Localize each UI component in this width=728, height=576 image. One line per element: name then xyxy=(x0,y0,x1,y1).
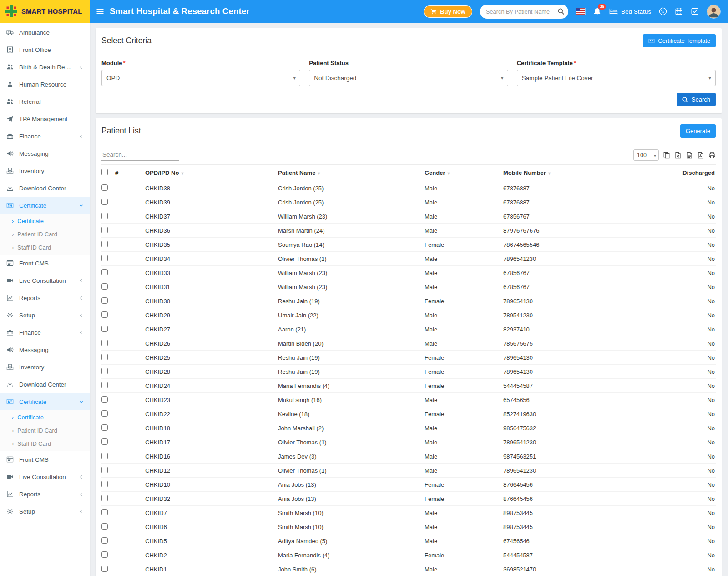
menu-icon[interactable] xyxy=(92,4,108,19)
sidebar-item[interactable]: Inventory xyxy=(0,358,90,376)
excel-icon[interactable] xyxy=(674,152,682,159)
sidebar-item[interactable]: TPA Management xyxy=(0,110,90,127)
row-checkbox[interactable] xyxy=(101,283,108,290)
cell-opd-ipd-no: CHKID5 xyxy=(145,534,278,548)
column-opd-ipd-no[interactable]: OPD/IPD No▾ xyxy=(145,165,278,181)
row-checkbox[interactable] xyxy=(101,241,108,247)
sidebar-subitem[interactable]: › Staff ID Card xyxy=(0,241,90,254)
print-icon[interactable] xyxy=(708,152,716,159)
sidebar-item[interactable]: Birth & Death Record xyxy=(0,58,90,76)
table-search-input[interactable] xyxy=(101,149,179,161)
row-checkbox[interactable] xyxy=(101,537,108,544)
sidebar-item[interactable]: Reports xyxy=(0,485,90,503)
sidebar-item[interactable]: Front Office xyxy=(0,41,90,58)
table-row: CHKID23 Mukul singh (16) Male 65745656 N… xyxy=(101,393,716,407)
search-button[interactable]: Search xyxy=(677,93,716,106)
column-gender[interactable]: Gender▾ xyxy=(425,165,503,181)
notifications-bell-icon[interactable]: 36 xyxy=(593,7,602,16)
cell-patient-name: Martin Biden (20) xyxy=(278,336,425,351)
calendar-icon[interactable] xyxy=(675,7,683,15)
sidebar-item[interactable]: Human Resource xyxy=(0,76,90,93)
column-mobile-number[interactable]: Mobile Number▾ xyxy=(503,165,640,181)
cell-opd-ipd-no: CHKID38 xyxy=(145,181,278,195)
sidebar-item[interactable]: Live Consultation xyxy=(0,272,90,289)
row-checkbox[interactable] xyxy=(101,297,108,304)
row-checkbox[interactable] xyxy=(101,227,108,233)
sidebar-item[interactable]: Certificate xyxy=(0,197,90,214)
row-checkbox[interactable] xyxy=(101,311,108,318)
sidebar-subitem[interactable]: › Certificate xyxy=(0,411,90,424)
sidebar-item[interactable]: Reports xyxy=(0,289,90,306)
page-size-select[interactable]: 100 xyxy=(633,149,659,161)
sidebar-item[interactable]: Setup xyxy=(0,503,90,520)
cell-discharged: No xyxy=(640,224,716,238)
sidebar-subitem[interactable]: › Patient ID Card xyxy=(0,424,90,437)
sidebar-item[interactable]: Messaging xyxy=(0,145,90,162)
sidebar-item-label: Messaging xyxy=(19,347,84,353)
row-checkbox[interactable] xyxy=(101,481,108,487)
cell-gender: Male xyxy=(425,252,503,266)
row-checkbox[interactable] xyxy=(101,199,108,205)
generate-button[interactable]: Generate xyxy=(680,124,716,138)
row-checkbox[interactable] xyxy=(101,213,108,219)
sidebar-subitem[interactable]: › Certificate xyxy=(0,214,90,228)
row-checkbox[interactable] xyxy=(101,340,108,346)
sidebar-item[interactable]: Referral xyxy=(0,93,90,110)
sidebar-item[interactable]: Download Center xyxy=(0,179,90,197)
whatsapp-icon[interactable] xyxy=(659,7,667,15)
certificate-template-button[interactable]: Certificate Template xyxy=(643,34,716,47)
row-checkbox[interactable] xyxy=(101,467,108,473)
sidebar-subitem[interactable]: › Patient ID Card xyxy=(0,228,90,241)
module-select[interactable]: OPD xyxy=(101,70,300,86)
certificate-template-select[interactable]: Sample Patient File Cover xyxy=(517,70,716,86)
sidebar-item[interactable]: Setup xyxy=(0,306,90,324)
sidebar-item[interactable]: Finance xyxy=(0,324,90,341)
front-office-icon xyxy=(6,46,14,53)
row-checkbox[interactable] xyxy=(101,495,108,501)
cell-discharged: No xyxy=(640,534,716,548)
row-checkbox[interactable] xyxy=(101,453,108,459)
patient-search-input[interactable] xyxy=(486,8,557,15)
row-checkbox[interactable] xyxy=(101,396,108,403)
select-all-checkbox[interactable] xyxy=(101,169,108,175)
patient-status-select[interactable]: Not Discharged xyxy=(309,70,508,86)
sidebar-item[interactable]: Front CMS xyxy=(0,451,90,468)
row-checkbox[interactable] xyxy=(101,410,108,417)
row-checkbox[interactable] xyxy=(101,438,108,445)
cell-opd-ipd-no: CHKID24 xyxy=(145,379,278,393)
user-avatar[interactable] xyxy=(707,5,721,19)
copy-icon[interactable] xyxy=(663,152,670,159)
csv-icon[interactable] xyxy=(686,152,693,159)
row-checkbox[interactable] xyxy=(101,255,108,261)
sidebar-item[interactable]: Finance xyxy=(0,127,90,145)
buy-now-button[interactable]: Buy Now xyxy=(424,5,472,18)
language-flag-icon[interactable] xyxy=(576,8,585,15)
app-logo[interactable]: SMART HOSPITAL xyxy=(0,0,90,23)
tasks-icon[interactable] xyxy=(691,7,699,15)
row-checkbox[interactable] xyxy=(101,326,108,332)
row-checkbox[interactable] xyxy=(101,368,108,374)
pdf-icon[interactable] xyxy=(697,152,704,159)
column-patient-name[interactable]: Patient Name▾ xyxy=(278,165,425,181)
row-checkbox[interactable] xyxy=(101,354,108,360)
row-checkbox[interactable] xyxy=(101,551,108,558)
table-row: CHKID28 Reshu Jain (19) Female 789654130… xyxy=(101,365,716,379)
row-checkbox[interactable] xyxy=(101,509,108,515)
row-checkbox[interactable] xyxy=(101,424,108,431)
sidebar-subitem[interactable]: › Staff ID Card xyxy=(0,437,90,450)
row-checkbox[interactable] xyxy=(101,523,108,530)
bed-status-link[interactable]: Bed Status xyxy=(609,8,651,15)
sidebar-item[interactable]: Inventory xyxy=(0,162,90,179)
sidebar-item[interactable]: Download Center xyxy=(0,376,90,393)
sidebar-item[interactable]: Certificate xyxy=(0,393,90,410)
row-checkbox[interactable] xyxy=(101,269,108,275)
main-content: Select Criteria Certificate Template Mod… xyxy=(90,23,728,576)
sidebar-item[interactable]: Messaging xyxy=(0,341,90,358)
row-checkbox[interactable] xyxy=(101,184,108,191)
row-checkbox[interactable] xyxy=(101,382,108,388)
sidebar-item[interactable]: Front CMS xyxy=(0,255,90,272)
row-checkbox[interactable] xyxy=(101,566,108,572)
sidebar-item[interactable]: Ambulance xyxy=(0,24,90,41)
sidebar-item[interactable]: Live Consultation xyxy=(0,468,90,485)
search-icon[interactable] xyxy=(557,8,565,15)
